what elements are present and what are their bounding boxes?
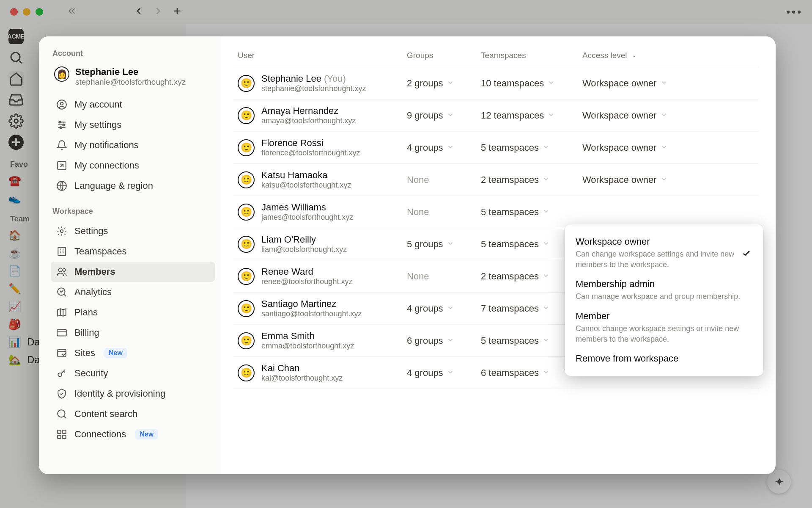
- teamspaces-cell[interactable]: 12 teamspaces: [481, 110, 582, 121]
- new-badge: New: [135, 429, 158, 439]
- th-access-level[interactable]: Access level: [582, 51, 754, 60]
- member-row: 🙂 James Williams james@toolsforthought.x…: [233, 196, 759, 228]
- access-label: Workspace owner: [582, 110, 657, 121]
- teamspaces-cell[interactable]: 10 teamspaces: [481, 78, 582, 89]
- access-cell[interactable]: Workspace owner: [582, 174, 754, 185]
- teamspaces-cell[interactable]: 5 teamspaces: [481, 142, 582, 153]
- svg-point-12: [63, 268, 66, 271]
- groups-count: None: [407, 271, 429, 282]
- member-email: renee@toolsforthought.xyz: [261, 277, 352, 286]
- nav-label: Plans: [74, 307, 98, 318]
- nav-label: Content search: [74, 409, 137, 420]
- groups-cell[interactable]: 6 groups: [407, 335, 481, 346]
- nav-label: Members: [74, 266, 115, 277]
- nav-my-settings[interactable]: My settings: [51, 115, 215, 135]
- member-avatar: 🙂: [238, 75, 255, 92]
- user-cell: 🙂 Amaya Hernandez amaya@toolsforthought.…: [238, 105, 407, 125]
- chevron-down-icon: [542, 335, 550, 346]
- nav-security[interactable]: Security: [51, 363, 215, 384]
- nav-label: My account: [74, 99, 122, 110]
- teamspaces-count: 12 teamspaces: [481, 110, 544, 121]
- nav-identity[interactable]: Identity & provisioning: [51, 384, 215, 404]
- member-name: Stephanie Lee (You): [261, 73, 366, 84]
- dd-option-membership-admin[interactable]: Membership admin Can manage workspace an…: [570, 274, 758, 306]
- svg-point-9: [60, 230, 63, 233]
- chevron-down-icon: [447, 110, 454, 121]
- nav-content-search[interactable]: Content search: [51, 404, 215, 424]
- member-avatar: 🙂: [238, 332, 255, 349]
- chevron-down-icon: [660, 142, 668, 153]
- nav-label: Language & region: [74, 180, 153, 191]
- teamspaces-count: 10 teamspaces: [481, 78, 544, 89]
- groups-cell[interactable]: 5 groups: [407, 239, 481, 250]
- user-email: stephanie@toolsforthought.xyz: [75, 77, 186, 87]
- user-cell: 🙂 Emma Smith emma@toolsforthought.xyz: [238, 331, 407, 351]
- groups-cell[interactable]: 4 groups: [407, 367, 481, 378]
- member-avatar: 🙂: [238, 139, 255, 156]
- nav-teamspaces[interactable]: Teamspaces: [51, 241, 215, 262]
- member-name: Renee Ward: [261, 266, 352, 277]
- groups-cell[interactable]: None: [407, 271, 481, 282]
- nav-label: Sites: [74, 348, 95, 359]
- member-name: Amaya Hernandez: [261, 105, 356, 116]
- nav-label: Security: [74, 368, 108, 379]
- nav-settings[interactable]: Settings: [51, 221, 215, 241]
- svg-point-16: [58, 373, 62, 377]
- chevron-down-icon: [542, 239, 550, 250]
- nav-my-connections[interactable]: My connections: [51, 155, 215, 176]
- groups-cell[interactable]: 4 groups: [407, 142, 481, 153]
- dd-desc: Can change workspace settings and invite…: [576, 249, 735, 270]
- member-avatar: 🙂: [238, 364, 255, 381]
- groups-cell[interactable]: 4 groups: [407, 303, 481, 314]
- access-cell[interactable]: Workspace owner: [582, 142, 754, 153]
- member-avatar: 🙂: [238, 300, 255, 317]
- dd-option-remove[interactable]: Remove from workspace: [570, 349, 758, 368]
- nav-connections[interactable]: Connections New: [51, 424, 215, 444]
- chevron-down-icon: [542, 207, 550, 218]
- search-analytics-icon: [56, 286, 68, 298]
- groups-count: 9 groups: [407, 110, 443, 121]
- teamspaces-count: 7 teamspaces: [481, 303, 539, 314]
- dd-option-workspace-owner[interactable]: Workspace owner Can change workspace set…: [570, 232, 758, 274]
- globe-icon: [56, 180, 68, 192]
- teamspaces-cell[interactable]: 2 teamspaces: [481, 174, 582, 185]
- member-email: james@toolsforthought.xyz: [261, 213, 353, 222]
- teamspaces-count: 5 teamspaces: [481, 335, 539, 346]
- chevron-down-icon: [447, 303, 454, 314]
- dd-title: Membership admin: [576, 279, 752, 290]
- groups-cell[interactable]: None: [407, 207, 481, 218]
- map-icon: [56, 306, 68, 318]
- key-icon: [56, 367, 68, 379]
- th-user[interactable]: User: [238, 51, 407, 60]
- nav-analytics[interactable]: Analytics: [51, 282, 215, 302]
- th-teamspaces[interactable]: Teamspaces: [481, 51, 582, 60]
- nav-billing[interactable]: Billing: [51, 323, 215, 343]
- nav-members[interactable]: Members: [51, 262, 215, 282]
- th-groups[interactable]: Groups: [407, 51, 481, 60]
- nav-my-notifications[interactable]: My notifications: [51, 135, 215, 155]
- dd-option-member[interactable]: Member Cannot change workspace settings …: [570, 306, 758, 349]
- teamspaces-cell[interactable]: 5 teamspaces: [481, 207, 582, 218]
- groups-cell[interactable]: None: [407, 174, 481, 185]
- nav-language-region[interactable]: Language & region: [51, 176, 215, 196]
- member-row: 🙂 Amaya Hernandez amaya@toolsforthought.…: [233, 99, 759, 132]
- nav-my-account[interactable]: My account: [51, 94, 215, 115]
- groups-cell[interactable]: 9 groups: [407, 110, 481, 121]
- bell-icon: [56, 139, 68, 151]
- groups-cell[interactable]: 2 groups: [407, 78, 481, 89]
- user-name: Stephanie Lee: [75, 66, 186, 77]
- access-cell[interactable]: Workspace owner: [582, 110, 754, 121]
- chevron-down-icon: [542, 367, 550, 378]
- nav-sites[interactable]: Sites New: [51, 343, 215, 363]
- user-avatar: 👩: [54, 66, 69, 82]
- access-cell[interactable]: Workspace owner: [582, 78, 754, 89]
- th-access-label: Access level: [582, 51, 627, 60]
- groups-count: None: [407, 207, 429, 218]
- nav-label: My connections: [74, 160, 139, 171]
- grid-icon: [56, 428, 68, 440]
- sort-down-icon: [631, 52, 638, 59]
- svg-point-2: [57, 100, 66, 109]
- nav-label: Connections: [74, 429, 126, 440]
- nav-plans[interactable]: Plans: [51, 302, 215, 323]
- chevron-down-icon: [542, 271, 550, 282]
